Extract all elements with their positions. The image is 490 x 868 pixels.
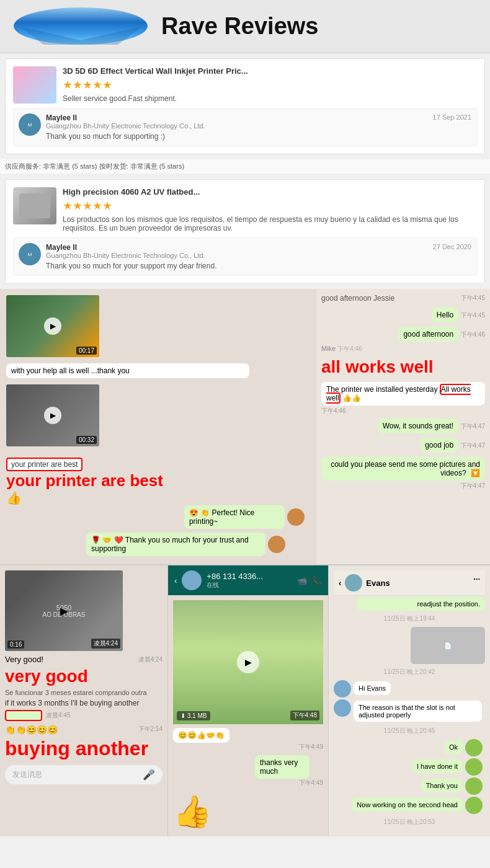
phone-icon[interactable]: 📞 [312,576,322,585]
col3-back-icon[interactable]: ‹ [339,578,341,588]
review-card-2: High precision 4060 A2 UV flatbed... ★★★… [5,179,485,284]
hi-evans-row: Hi Evans [334,680,485,698]
col3-self-avatar3 [465,777,483,795]
col2-status: 在线 [207,581,263,590]
thumbs-emoji-big: 👍 [173,794,212,830]
col2-filesize: ⬇ 3.1 MB [177,711,210,720]
ok-row: Ok [334,739,483,756]
video-thumb-2[interactable]: ▶ 00:32 [6,384,99,446]
thanks-row: thanks very much 下午4:49 [173,755,323,787]
scroll-icon: 🔽 [471,469,480,477]
review1-stars: ★★★★★ [63,78,248,92]
very-good-text-sm: Very good! [5,655,43,664]
reason-row: The reason is that the slot is not adjus… [334,699,485,723]
col3-date3: 11/25日 晚上20:53 [334,818,485,826]
send-message-label: 发送消息 [12,769,42,780]
review2-date: 27 Dec 2020 [433,243,471,250]
col2-emoji-time: 下午4:49 [173,743,323,751]
col3-more-icon[interactable]: ··· [473,574,480,591]
col2-chat-body: ▶ ⬇ 3.1 MB 下午4:48 😊😊👍🤝👏 下午4:49 thanks ve… [168,595,328,836]
bottom-col3: ‹ Evans ··· readjust the position. 11/25… [329,565,490,836]
bottom-section: 5050 AO DE OBRAS ▶ 0:16 凌晨4:24 Very good… [0,564,490,836]
empty-highlight-box [5,710,42,721]
product-image-1 [13,66,56,104]
col3-self-avatar [465,739,483,756]
could-you-bubble: could you please send me some pictures a… [321,457,485,480]
col1-vid-time: 凌晨4:24 [91,639,120,649]
good-job-bubble: good job [420,438,458,453]
big-printer-text: your printer are best [6,471,310,490]
review2-reply: Thank you so much for your support my de… [46,262,471,270]
page-header: Rave Reviews [0,0,490,53]
chat-panel-right: good afternoon Jessie 下午4:45 Hello 下午4:4… [316,289,490,564]
emojis: 👏👏😊😊😊 [5,725,58,735]
thumbs-row: 👍 [173,794,323,830]
col3-date1: 11/25日 晚上19:44 [334,614,485,623]
done-row: I have done it [334,758,483,776]
bottom-col1: 5050 AO DE OBRAS ▶ 0:16 凌晨4:24 Very good… [0,565,167,836]
chat-avatar-1 [287,508,305,526]
col2-play-btn[interactable]: ▶ [237,651,259,673]
buying-another-big: buying another [5,737,163,760]
rating-tags: 供应商服务: 非常满意 (5 stars) 按时发货: 非常满意 (5 star… [0,159,490,174]
col2-emojis-bubble: 😊😊👍🤝👏 [173,728,229,743]
col3-user-avatar2 [334,699,351,717]
time2-row: 凌晨4:45 [5,710,163,721]
mic-icon[interactable]: 🎤 [143,769,155,781]
gj-time: 下午4:47 [461,442,485,449]
col2-contact-name: +86 131 4336... [207,572,263,581]
hello-row: Hello 下午4:45 [321,306,485,324]
col1-video[interactable]: 5050 AO DE OBRAS ▶ 0:16 凌晨4:24 [5,570,123,651]
very-good-big: very good [5,666,163,686]
rchat-greeting: good afternoon Jessie [321,294,394,303]
mike-label: Mike 下午4:46 [321,345,485,353]
bottom-col2: ‹ +86 131 4336... 在线 📹 📞 ▶ ⬇ 3.1 MB 下午4:… [167,565,329,836]
seller-avatar-2: M [19,243,41,265]
now-working-bubble: Now working on the second head [352,798,463,812]
back-icon[interactable]: ‹ [174,576,177,585]
chat-msg-1: with your help all is well ...thank you [6,363,310,378]
col1-play-btn[interactable]: ▶ [60,605,68,617]
review1-seller-reply: M Maylee II Guangzhou Bh-Unity Electroni… [13,108,477,146]
printer-installed-row: The printer we installed yesterday All w… [321,381,485,415]
seller1-company: Guangzhou Bh-Unity Electronic Technology… [46,122,205,130]
video-duration-1: 00:17 [76,347,97,355]
chat-panel-left: ▶ 00:17 with your help all is well ...th… [0,289,316,564]
middle-chat-section: ▶ 00:17 with your help all is well ...th… [0,289,490,564]
col2-video-area[interactable]: ▶ ⬇ 3.1 MB 下午4:48 [173,600,323,724]
rchat-time-header: 下午4:45 [461,294,485,303]
time3: 下午2:14 [138,725,163,735]
now-working-row: Now working on the second head [334,797,483,814]
col2-emoji-row: 😊😊👍🤝👏 下午4:49 [173,728,323,751]
thumbs-emoji: 👍 [6,490,310,505]
seller-avatar-1: M [19,113,41,136]
col3-self-avatar4 [465,797,483,814]
if-works-text: if it works 3 months I'll be buying anot… [5,699,163,707]
col3-header: ‹ Evans ··· [334,570,485,596]
video-call-icon[interactable]: 📹 [297,576,307,585]
col3-contact-name: Evans [366,578,390,588]
nice-printing-bubble: 😍 👏 Perfect! Nice printing~ [184,505,285,529]
wow-row: Wow, it sounds great! 下午4:47 [321,417,485,435]
col3-image: 📄 [411,627,485,664]
wow-time: 下午4:47 [461,423,485,430]
video-thumb-1[interactable]: ▶ 00:17 [6,295,99,357]
play-button-2[interactable]: ▶ [44,407,61,424]
review2-stars: ★★★★★ [63,199,477,213]
seller1-name: Maylee II [46,113,205,122]
thanks-bubble: thanks very much [255,755,310,779]
thankyou-bubble: 🌹 🤝 ❤️ Thank you so much for your trust … [86,533,265,556]
hi-evans-bubble: Hi Evans [354,681,391,695]
video-duration-2: 00:32 [76,436,97,444]
download-icon: ⬇ [180,712,185,719]
thankyou-col3-bubble: Thank you [421,779,463,792]
send-message-bar[interactable]: 发送消息 🎤 [5,765,163,784]
thankyou-bubble-row: 🌹 🤝 ❤️ Thank you so much for your trust … [6,533,310,556]
col3-date2: 11/25日 晚上20:45 [334,727,485,735]
reason-bubble: The reason is that the slot is not adjus… [354,701,482,722]
nice-printing-bubble-row: 😍 👏 Perfect! Nice printing~ [6,505,310,529]
page-title: Rave Reviews [161,13,319,40]
play-button-1[interactable]: ▶ [44,317,61,335]
col1-vid-duration: 0:16 [7,640,24,649]
review1-text: Seller service good.Fast shipment. [63,94,248,103]
